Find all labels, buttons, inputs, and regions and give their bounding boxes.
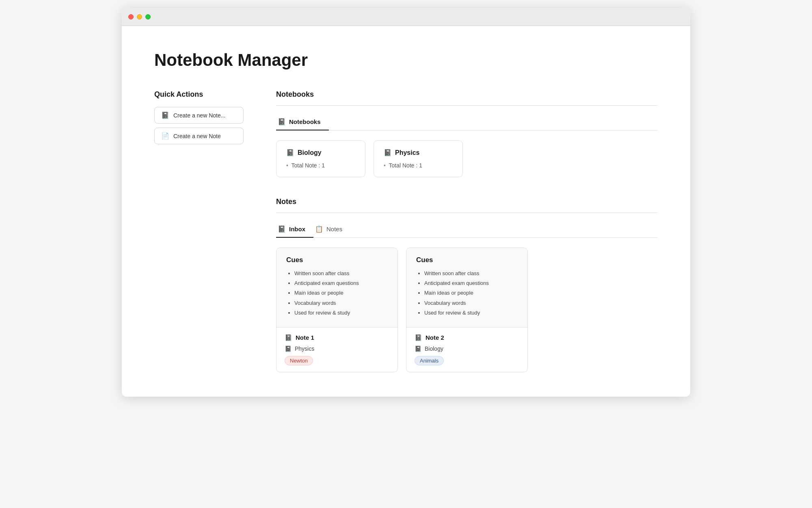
note-2-title: Note 2 (425, 334, 444, 341)
tab-inbox-icon: 📓 (278, 225, 286, 233)
note-2-tag[interactable]: Animals (415, 356, 444, 365)
biology-notebook-icon: 📓 (286, 149, 294, 156)
notebook-cards-container: 📓 Biology • Total Note : 1 📓 Phy (276, 140, 658, 177)
physics-notebook-title: Physics (395, 149, 419, 156)
create-note-button[interactable]: 📄 Create a new Note (154, 128, 244, 144)
physics-notebook-icon: 📓 (384, 149, 392, 156)
physics-notebook-meta: • Total Note : 1 (384, 162, 453, 169)
minimize-button[interactable] (137, 14, 142, 20)
close-button[interactable] (128, 14, 134, 20)
tab-notebook-icon: 📓 (278, 118, 286, 126)
physics-notebook-title-row: 📓 Physics (384, 149, 453, 156)
list-item: Used for review & study (424, 309, 518, 317)
notebooks-tabs: 📓 Notebooks (276, 114, 658, 130)
notebooks-divider (276, 105, 658, 106)
note-1-tag[interactable]: Newton (285, 356, 313, 365)
bullet-icon: • (286, 162, 288, 169)
list-item: Main ideas or people (294, 289, 388, 297)
physics-total-note: Total Note : 1 (389, 162, 423, 169)
list-item: Vocabulary words (424, 300, 518, 307)
note-icon: 📄 (161, 132, 169, 140)
note-1-notebook-row: 📓 Physics (285, 345, 389, 352)
titlebar (122, 8, 690, 26)
create-note-ellipsis-button[interactable]: 📓 Create a new Note... (154, 107, 244, 124)
note-2-notebook-row: 📓 Biology (415, 345, 519, 352)
note-2-notebook: Biology (425, 345, 443, 352)
biology-notebook-title-row: 📓 Biology (286, 149, 355, 156)
note-2-cues-title: Cues (416, 256, 518, 264)
note-cards-container: Cues Written soon after class Anticipate… (276, 247, 658, 372)
list-item: Used for review & study (294, 309, 388, 317)
create-note-ellipsis-label: Create a new Note... (173, 112, 225, 119)
tab-notes-label: Notes (326, 226, 342, 232)
note-2-card[interactable]: Cues Written soon after class Anticipate… (406, 247, 528, 372)
biology-total-note: Total Note : 1 (292, 162, 325, 169)
list-item: Anticipated exam questions (424, 280, 518, 287)
note-1-footer: 📓 Note 1 📓 Physics Newton (276, 328, 397, 372)
main-content: Notebook Manager Quick Actions 📓 Create … (122, 26, 690, 397)
list-item: Anticipated exam questions (294, 280, 388, 287)
notes-section-title: Notes (276, 198, 658, 206)
notes-section: Notes 📓 Inbox 📋 Notes (276, 198, 658, 372)
maximize-button[interactable] (145, 14, 151, 20)
biology-notebook-card[interactable]: 📓 Biology • Total Note : 1 (276, 140, 365, 177)
note-2-footer: 📓 Note 2 📓 Biology Animals (406, 328, 527, 372)
note-1-cues-section: Cues Written soon after class Anticipate… (276, 248, 397, 328)
list-item: Written soon after class (294, 270, 388, 277)
tab-notebooks[interactable]: 📓 Notebooks (276, 114, 329, 130)
tab-notes-icon: 📋 (315, 225, 323, 233)
notebook-icon: 📓 (161, 111, 169, 119)
note-2-cues-section: Cues Written soon after class Anticipate… (406, 248, 527, 328)
list-item: Written soon after class (424, 270, 518, 277)
note-1-notebook-icon: 📓 (285, 345, 292, 352)
quick-actions-sidebar: Quick Actions 📓 Create a new Note... 📄 C… (154, 90, 244, 148)
note-1-title-row: 📓 Note 1 (285, 334, 389, 341)
tab-notebooks-label: Notebooks (289, 118, 321, 125)
right-panel: Notebooks 📓 Notebooks 📓 (276, 90, 658, 372)
note-1-notebook: Physics (295, 345, 314, 352)
physics-notebook-card[interactable]: 📓 Physics • Total Note : 1 (374, 140, 463, 177)
note-2-cues-list: Written soon after class Anticipated exa… (416, 270, 518, 317)
notebooks-section-title: Notebooks (276, 90, 658, 99)
biology-notebook-title: Biology (298, 149, 322, 156)
app-title: Notebook Manager (154, 50, 658, 70)
notes-divider (276, 213, 658, 213)
notebooks-section: Notebooks 📓 Notebooks 📓 (276, 90, 658, 177)
note-2-icon: 📓 (415, 334, 422, 341)
biology-notebook-meta: • Total Note : 1 (286, 162, 355, 169)
bullet-icon-2: • (384, 162, 386, 169)
tab-notes[interactable]: 📋 Notes (313, 221, 350, 238)
list-item: Main ideas or people (424, 289, 518, 297)
tab-inbox[interactable]: 📓 Inbox (276, 221, 313, 238)
note-1-card[interactable]: Cues Written soon after class Anticipate… (276, 247, 398, 372)
note-1-cues-title: Cues (286, 256, 388, 264)
note-1-title: Note 1 (296, 334, 314, 341)
note-1-icon: 📓 (285, 334, 292, 341)
layout: Quick Actions 📓 Create a new Note... 📄 C… (154, 90, 658, 372)
note-2-notebook-icon: 📓 (415, 345, 421, 352)
list-item: Vocabulary words (294, 300, 388, 307)
note-2-title-row: 📓 Note 2 (415, 334, 519, 341)
tab-inbox-label: Inbox (289, 226, 305, 232)
create-note-label: Create a new Note (173, 133, 221, 139)
notes-tabs: 📓 Inbox 📋 Notes (276, 221, 658, 238)
quick-actions-title: Quick Actions (154, 90, 244, 99)
note-1-cues-list: Written soon after class Anticipated exa… (286, 270, 388, 317)
